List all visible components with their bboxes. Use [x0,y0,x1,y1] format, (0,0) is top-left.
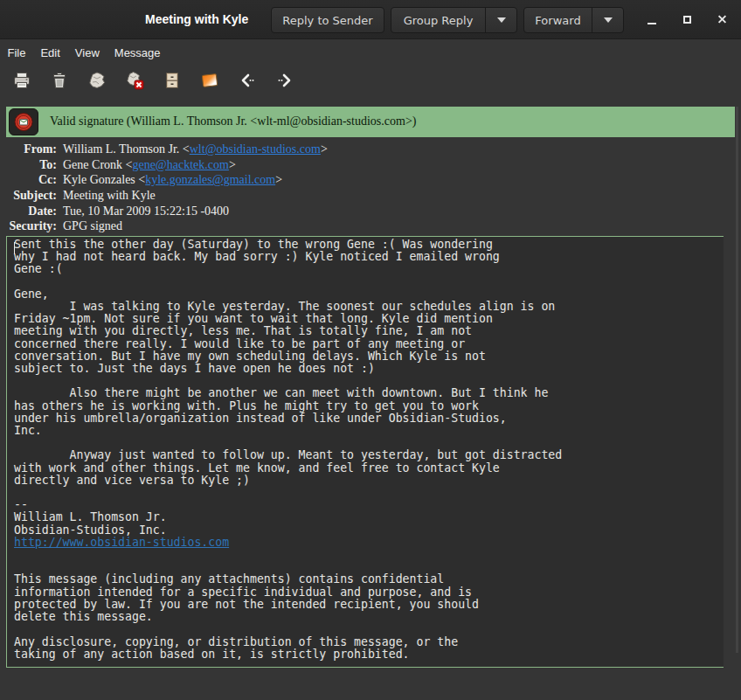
previous-icon[interactable] [238,71,257,90]
body-text-1: Sent this the other day (Saturday) to th… [14,238,562,537]
mark-not-junk-icon[interactable] [125,71,144,90]
body-text-2: This message (including any attachments)… [14,572,479,660]
group-reply-button[interactable]: Group Reply [391,7,517,33]
menubar: FileEditViewMessage [0,40,741,66]
chevron-down-icon [497,17,506,23]
reply-to-sender-button[interactable]: Reply to Sender [271,7,384,33]
menu-file[interactable]: File [0,43,33,63]
mail-window: Meeting with Kyle Reply to Sender Group … [0,0,741,700]
header-value-from: William L. Thomson Jr. <wlt@obsidian-stu… [63,142,328,157]
close-icon [717,15,727,24]
minimize-button[interactable] [641,9,662,30]
header-value-subject: Meeting with Kyle [63,188,156,204]
header-link-cc[interactable]: kyle.gonzales@gmail.com [145,173,275,186]
window-title: Meeting with Kyle [145,12,248,26]
header-label-cc: Cc: [0,172,57,188]
reply-to-sender-label: Reply to Sender [272,14,384,27]
toolbar [0,66,741,103]
header-label-from: From: [0,142,57,157]
archive-icon[interactable] [163,71,182,90]
header-row-subject: Subject:Meeting with Kyle [0,188,725,204]
next-icon[interactable] [275,71,294,90]
group-reply-dropdown[interactable] [485,8,516,32]
header-row-security: Security:GPG signed [0,218,725,234]
close-button[interactable] [711,9,732,30]
header-row-from: From:William L. Thomson Jr. <wlt@obsidia… [0,142,725,157]
header-link-to[interactable]: gene@hacktek.com [132,158,228,171]
minimize-icon [648,23,656,24]
text-caret [14,242,15,254]
signature-status-text: Valid signature (William L. Thomson Jr. … [50,114,416,128]
header-value-to: Gene Cronk <gene@hacktek.com> [63,157,236,173]
gpg-seal-icon [9,108,38,135]
maximize-button[interactable] [676,9,697,30]
header-label-subject: Subject: [0,188,57,204]
forward-dropdown[interactable] [592,8,623,32]
header-link-from[interactable]: wlt@obsidian-studios.com [190,142,321,156]
menu-message[interactable]: Message [107,43,168,63]
chevron-down-icon [604,17,613,23]
color-label-icon[interactable] [200,71,219,90]
message-body[interactable]: Sent this the other day (Saturday) to th… [7,237,724,661]
trash-icon[interactable] [50,71,69,90]
header-row-date: Date:Tue, 10 Mar 2009 15:22:15 -0400 [0,204,725,219]
header-value-security: GPG signed [63,218,122,234]
header-row-cc: Cc:Kyle Gonzales <kyle.gonzales@gmail.co… [0,172,725,188]
group-reply-label: Group Reply [391,14,485,27]
scrollbar-thumb[interactable] [736,107,738,653]
header-label-to: To: [0,157,57,173]
junk-icon[interactable] [87,71,107,90]
message-headers: From:William L. Thomson Jr. <wlt@obsidia… [0,142,725,234]
forward-label: Forward [524,14,592,27]
header-row-to: To:Gene Cronk <gene@hacktek.com> [0,157,725,173]
signature-bar: Valid signature (William L. Thomson Jr. … [6,107,735,137]
menu-view[interactable]: View [67,43,107,63]
header-value-cc: Kyle Gonzales <kyle.gonzales@gmail.com> [63,172,282,188]
header-label-date: Date: [0,204,57,219]
header-value-date: Tue, 10 Mar 2009 15:22:15 -0400 [63,204,229,219]
maximize-icon [683,16,691,24]
header-label-security: Security: [0,218,57,234]
menu-edit[interactable]: Edit [33,43,67,63]
titlebar: Meeting with Kyle Reply to Sender Group … [0,0,741,39]
message-body-panel: Sent this the other day (Saturday) to th… [6,236,724,668]
print-icon[interactable] [12,71,31,90]
forward-button[interactable]: Forward [523,7,624,33]
body-link[interactable]: http://www.obsidian-studios.com [14,536,229,549]
